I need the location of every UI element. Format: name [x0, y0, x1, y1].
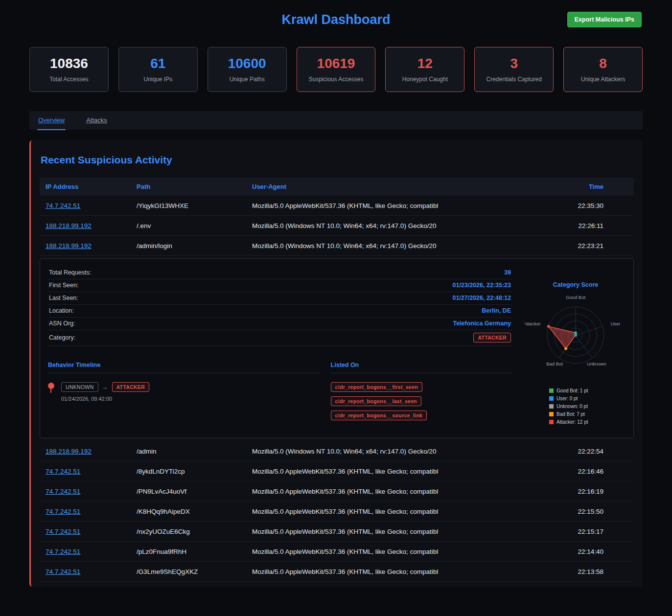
tab-bar: OverviewAttacks [29, 111, 643, 130]
time-cell: 22:35:30 [555, 202, 628, 209]
stat-value: 10619 [300, 56, 372, 71]
user-agent-cell: Mozilla/5.0 AppleWebKit/537.36 (KHTML, l… [252, 528, 555, 535]
legend-item: Attacker: 12 pt [549, 419, 626, 425]
user-agent-cell: Mozilla/5.0 AppleWebKit/537.36 (KHTML, l… [252, 488, 555, 495]
timeline-event: UNKNOWN → ATTACKER 01/24/2026, 09:42:00 [48, 382, 320, 402]
table-row[interactable]: 74.7.242.51/nx2yUOZuE6CkgMozilla/5.0 App… [40, 522, 634, 542]
legend-swatch-icon [549, 412, 554, 416]
detail-field-category: Category: ATTACKER [48, 330, 512, 346]
table-row[interactable]: 74.7.242.51/pLz0Fnua9fRhHMozilla/5.0 App… [40, 542, 634, 562]
stat-label: Suspicious Accesses [300, 76, 372, 83]
ip-detail-panel: Total Requests:39First Seen:01/23/2026, … [40, 258, 634, 438]
user-agent-cell: Mozilla/5.0 AppleWebKit/537.36 (KHTML, l… [252, 202, 555, 209]
activity-table: IP AddressPathUser-AgentTime 74.7.242.51… [40, 178, 634, 582]
tab-attacks[interactable]: Attacks [85, 111, 108, 130]
time-cell: 22:22:54 [555, 448, 628, 455]
category-score-section: Category Score Good BotUserUnknownBad Bo… [525, 267, 626, 427]
tab-overview[interactable]: Overview [37, 111, 66, 130]
table-rows-after-detail: 188.218.99.192/adminMozilla/5.0 (Windows… [40, 441, 634, 582]
table-row[interactable]: 74.7.242.51/PN9LvAcJ4uoVfMozilla/5.0 App… [40, 481, 634, 502]
detail-field-last-seen-: Last Seen:01/27/2026, 22:48:12 [48, 292, 512, 305]
ip-link[interactable]: 74.7.242.51 [46, 488, 80, 495]
user-agent-cell: Mozilla/5.0 (Windows NT 10.0; Win64; x64… [252, 242, 555, 250]
path-cell: /admin [137, 448, 252, 455]
stat-card-total-accesses: 10836Total Accesses [29, 47, 109, 92]
stat-value: 10836 [33, 56, 105, 71]
time-cell: 22:16:19 [555, 488, 628, 495]
listed-on-badge[interactable]: cidr_report_bogons__source_link [331, 411, 427, 420]
ip-link[interactable]: 74.7.242.51 [46, 528, 80, 535]
time-cell: 22:13:58 [555, 568, 628, 575]
path-cell: /8ykdLnDYTi2cp [137, 468, 252, 475]
svg-text:Unknown: Unknown [587, 361, 606, 366]
table-row[interactable]: 188.218.99.192/admin/loginMozilla/5.0 (W… [40, 236, 634, 256]
field-label: Location: [49, 307, 74, 314]
path-cell: /YiqykGI13WHXE [137, 202, 252, 209]
stat-label: Unique IPs [122, 76, 194, 83]
legend-swatch-icon [549, 396, 554, 401]
time-cell: 22:14:40 [555, 548, 628, 555]
stat-card-unique-paths: 10600Unique Paths [208, 47, 287, 92]
suspicious-activity-panel: Recent Suspicious Activity IP AddressPat… [29, 140, 643, 587]
table-row[interactable]: 74.7.242.51/YiqykGI13WHXEMozilla/5.0 App… [40, 196, 634, 216]
table-row[interactable]: 74.7.242.51/G3Lme9ShEQgXKZMozilla/5.0 Ap… [40, 562, 634, 582]
table-row[interactable]: 74.7.242.51/8ykdLnDYTi2cpMozilla/5.0 App… [40, 461, 634, 481]
ip-link[interactable]: 74.7.242.51 [46, 468, 80, 475]
column-header-user-agent: User-Agent [252, 183, 555, 190]
stats-row: 10836Total Accesses61Unique IPs10600Uniq… [0, 37, 672, 92]
column-header-path: Path [137, 183, 252, 190]
listed-on-badge[interactable]: cidr_report_bogons__last_seen [331, 396, 421, 406]
stat-card-suspicious-accesses: 10619Suspicious Accesses [297, 47, 376, 92]
timeline-pin-icon [48, 382, 55, 402]
legend-item: Bad Bot: 7 pt [549, 411, 626, 417]
listed-on-section: Listed On cidr_report_bogons__first_seen… [331, 362, 512, 420]
stat-label: Unique Paths [211, 76, 283, 83]
timeline-to-badge: ATTACKER [112, 382, 150, 392]
ip-link[interactable]: 188.218.99.192 [46, 448, 92, 455]
ip-link[interactable]: 74.7.242.51 [46, 202, 80, 209]
stat-value: 61 [122, 56, 194, 71]
ip-link[interactable]: 188.218.99.192 [46, 242, 92, 250]
ip-link[interactable]: 74.7.242.51 [46, 548, 80, 555]
ip-link[interactable]: 74.7.242.51 [46, 568, 80, 575]
stat-value: 10600 [211, 56, 283, 71]
path-cell: /.env [137, 222, 252, 229]
radar-chart-title: Category Score [525, 281, 626, 288]
field-label: ASN Org: [49, 320, 75, 327]
stat-label: Honeypot Caught [389, 76, 461, 83]
behavior-timeline-title: Behavior Timeline [48, 362, 320, 373]
category-label: Category: [49, 334, 75, 341]
user-agent-cell: Mozilla/5.0 (Windows NT 10.0; Win64; x64… [252, 448, 555, 455]
legend-label: Unknown: 0 pt [556, 404, 588, 409]
field-value: Telefonica Germany [453, 320, 511, 327]
field-value: 01/27/2026, 22:48:12 [452, 295, 511, 301]
field-label: Last Seen: [49, 295, 78, 301]
path-cell: /PN9LvAcJ4uoVf [137, 488, 252, 495]
table-row[interactable]: 188.218.99.192/adminMozilla/5.0 (Windows… [40, 441, 634, 461]
table-row[interactable]: 188.218.99.192/.envMozilla/5.0 (Windows … [40, 216, 634, 236]
time-cell: 22:16:46 [555, 468, 628, 475]
table-rows-before-detail: 74.7.242.51/YiqykGI13WHXEMozilla/5.0 App… [40, 196, 634, 256]
column-header-time: Time [555, 183, 628, 190]
legend-swatch-icon [549, 388, 554, 393]
ip-link[interactable]: 74.7.242.51 [46, 508, 80, 515]
legend-swatch-icon [549, 404, 554, 409]
stat-value: 12 [389, 56, 461, 71]
detail-field-location-: Location:Berlin, DE [48, 305, 512, 318]
stat-label: Total Accesses [33, 76, 105, 83]
user-agent-cell: Mozilla/5.0 AppleWebKit/537.36 (KHTML, l… [252, 468, 555, 475]
time-cell: 22:26:11 [555, 222, 628, 229]
stat-card-credentials-captured: 3Credentials Captured [474, 47, 554, 92]
path-cell: /K8HQq9hAipeDX [137, 508, 252, 515]
listed-on-badge[interactable]: cidr_report_bogons__first_seen [331, 382, 422, 392]
timeline-from-badge: UNKNOWN [61, 382, 98, 392]
listed-on-title: Listed On [331, 362, 512, 373]
export-malicious-ips-button[interactable]: Export Malicious IPs [567, 12, 642, 27]
field-value: 01/23/2026, 22:35:23 [452, 282, 511, 289]
table-row[interactable]: 74.7.242.51/K8HQq9hAipeDXMozilla/5.0 App… [40, 502, 634, 522]
user-agent-cell: Mozilla/5.0 (Windows NT 10.0; Win64; x64… [252, 222, 555, 229]
ip-link[interactable]: 188.218.99.192 [46, 222, 92, 229]
timeline-timestamp: 01/24/2026, 09:42:00 [61, 396, 149, 402]
svg-text:Attacker: Attacker [525, 321, 541, 326]
legend-swatch-icon [549, 420, 554, 424]
